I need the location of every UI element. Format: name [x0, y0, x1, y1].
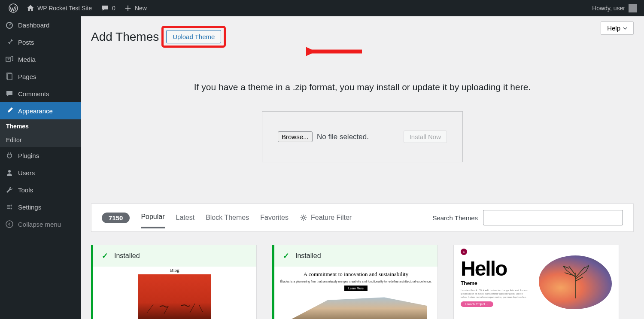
svg-point-7	[11, 208, 12, 210]
file-status: No file selected.	[317, 133, 369, 141]
install-now-button[interactable]: Install Now	[404, 131, 447, 143]
chevron-down-icon	[623, 26, 627, 30]
tab-popular[interactable]: Popular	[141, 213, 164, 228]
main-content: Help Add Themes Upload Theme If you have…	[81, 16, 644, 319]
search-label: Search Themes	[432, 214, 478, 222]
svg-point-6	[11, 205, 12, 206]
media-icon	[5, 55, 14, 64]
preview-image	[138, 274, 211, 319]
annotation-arrow-icon	[306, 43, 366, 60]
avatar	[629, 4, 637, 12]
browse-button[interactable]: Browse...	[278, 131, 313, 142]
menu-users[interactable]: Users	[0, 164, 81, 181]
tab-favorites[interactable]: Favorites	[260, 214, 289, 228]
menu-settings[interactable]: Settings	[0, 198, 81, 216]
submenu-themes[interactable]: Themes	[0, 119, 81, 133]
pages-icon	[5, 72, 14, 81]
check-icon: ✓	[102, 251, 108, 261]
plus-icon	[124, 4, 132, 12]
collapse-icon	[5, 220, 14, 228]
upload-theme-button[interactable]: Upload Theme	[166, 30, 221, 43]
user-icon	[5, 168, 14, 177]
submenu-appearance: Themes Editor	[0, 119, 81, 147]
new-label: New	[135, 5, 147, 12]
upload-instruction: If you have a theme in a .zip format, yo…	[91, 82, 634, 92]
theme-card[interactable]: ✓ Installed Blog Marshland birds at the …	[91, 245, 257, 319]
site-name-link[interactable]: WP Rocket Test Site	[22, 0, 96, 16]
brush-icon	[5, 106, 14, 115]
preview-image	[285, 295, 427, 319]
home-icon	[27, 4, 34, 12]
installed-badge: ✓ Installed	[93, 245, 256, 267]
comment-icon	[5, 89, 14, 98]
upload-button-highlight: Upload Theme	[161, 26, 226, 48]
theme-preview: E Hello Theme I am text block. Click edi…	[454, 245, 619, 319]
menu-posts[interactable]: Posts	[0, 33, 81, 51]
gauge-icon	[5, 21, 14, 29]
admin-sidebar: Dashboard Posts Media Pages Comments App…	[0, 16, 81, 319]
upload-box: Browse... No file selected. Install Now	[262, 111, 463, 162]
menu-pages[interactable]: Pages	[0, 68, 81, 85]
tab-latest[interactable]: Latest	[176, 214, 195, 228]
collapse-menu[interactable]: Collapse menu	[0, 216, 81, 233]
menu-dashboard[interactable]: Dashboard	[0, 16, 81, 33]
wp-logo[interactable]	[4, 0, 22, 16]
check-icon: ✓	[283, 251, 289, 261]
submenu-editor[interactable]: Editor	[0, 133, 81, 147]
menu-appearance[interactable]: Appearance	[0, 102, 81, 119]
theme-preview: Blog Marshland birds at the Lake Havasu …	[93, 267, 256, 319]
menu-media[interactable]: Media	[0, 51, 81, 68]
theme-filter-bar: 7150 Popular Latest Block Themes Favorit…	[91, 204, 634, 232]
comment-icon	[100, 4, 109, 12]
settings-icon	[5, 203, 14, 211]
help-tab[interactable]: Help	[601, 21, 634, 35]
howdy-text: Howdy, user	[592, 5, 625, 12]
plug-icon	[5, 151, 14, 160]
tab-block-themes[interactable]: Block Themes	[206, 214, 249, 228]
wrench-icon	[5, 185, 14, 194]
theme-count: 7150	[102, 213, 130, 223]
theme-preview: A commitment to innovation and sustainab…	[274, 267, 437, 319]
theme-card[interactable]: ✓ Installed A commitment to innovation a…	[272, 245, 438, 319]
theme-card[interactable]: E Hello Theme I am text block. Click edi…	[453, 245, 619, 319]
elementor-icon: E	[461, 249, 467, 255]
svg-rect-4	[8, 74, 12, 80]
menu-tools[interactable]: Tools	[0, 181, 81, 198]
preview-image	[539, 255, 612, 309]
upload-panel: If you have a theme in a .zip format, yo…	[91, 82, 634, 162]
pin-icon	[5, 38, 14, 46]
comments-count: 0	[112, 5, 115, 12]
svg-point-5	[8, 170, 11, 173]
installed-badge: ✓ Installed	[274, 245, 437, 267]
themes-grid: ✓ Installed Blog Marshland birds at the …	[91, 245, 634, 319]
search-themes-input[interactable]	[483, 210, 623, 225]
menu-comments[interactable]: Comments	[0, 85, 81, 102]
svg-point-10	[302, 216, 304, 219]
site-title: WP Rocket Test Site	[37, 5, 92, 12]
feature-filter-button[interactable]: Feature Filter	[300, 214, 352, 222]
account-link[interactable]: Howdy, user	[592, 4, 640, 12]
menu-plugins[interactable]: Plugins	[0, 147, 81, 164]
admin-bar: WP Rocket Test Site 0 New Howdy, user	[0, 0, 644, 16]
wordpress-icon	[9, 3, 18, 13]
comments-link[interactable]: 0	[96, 0, 120, 16]
gear-icon	[300, 214, 307, 222]
new-content-link[interactable]: New	[120, 0, 151, 16]
svg-point-8	[6, 221, 13, 228]
page-title: Add Themes	[91, 30, 159, 44]
